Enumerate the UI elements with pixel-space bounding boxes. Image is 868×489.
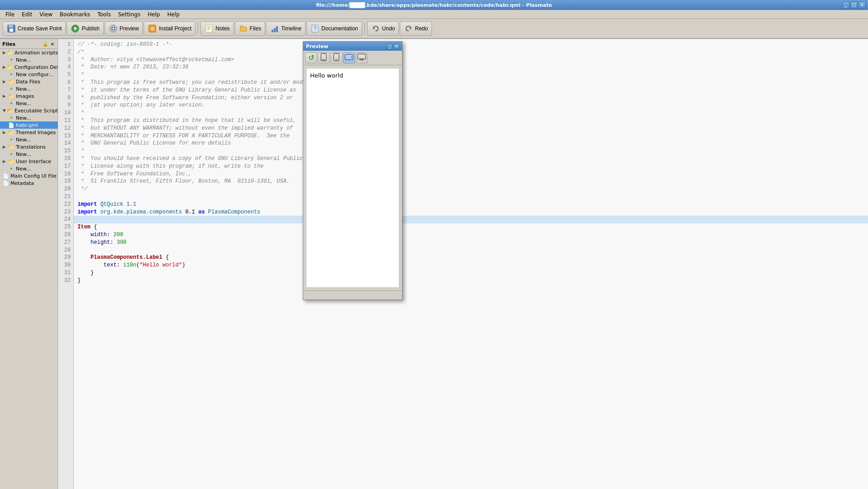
line-num-8: 8 <box>59 94 73 102</box>
toggle-animation-scripts: ▶ <box>3 50 6 55</box>
sidebar-title: Files <box>2 41 15 47</box>
metadata-file-icon: 📄 <box>3 180 9 186</box>
tree-item-new-exec[interactable]: ✦ New... <box>0 114 58 121</box>
tree-item-metadata[interactable]: 📄 Metadata <box>0 179 58 187</box>
tree-item-new-animation[interactable]: ✦ New... <box>0 56 58 63</box>
sidebar-lock-button[interactable]: 🔒 <box>42 42 49 47</box>
files-label: Files <box>250 25 261 32</box>
line-num-26: 26 <box>59 231 73 239</box>
menu-help[interactable]: Help <box>144 11 164 18</box>
undo-label: Undo <box>382 25 395 32</box>
new-icon: ✦ <box>8 100 15 107</box>
title-bar: file:///home/████.kde/share/apps/plasmat… <box>0 0 868 10</box>
tree-item-main-config[interactable]: 📄 Main Config UI File <box>0 172 58 179</box>
preview-content: Hello world <box>306 68 399 288</box>
files-button[interactable]: Files <box>235 21 265 36</box>
install-icon: ⚙ <box>148 24 157 33</box>
tree-item-animation-scripts[interactable]: ▶ 📁 Animation scripts <box>0 49 58 56</box>
preview-minimize-button[interactable]: _ <box>387 44 393 49</box>
sidebar-controls[interactable]: 🔒 ✕ <box>42 42 55 47</box>
code-editor[interactable]: // -*- coding: iso-8859-1 -*- /* * Autho… <box>74 39 868 489</box>
tree-item-translations[interactable]: ▶ 📁 Translations <box>0 143 58 150</box>
install-project-button[interactable]: ⚙ Install Project <box>144 21 195 36</box>
redo-label: Redo <box>415 25 428 32</box>
tree-item-themed-images[interactable]: ▶ 📁 Themed Images <box>0 129 58 136</box>
tree-item-new-image[interactable]: ✦ New... <box>0 100 58 107</box>
menu-view[interactable]: View <box>36 11 56 18</box>
timeline-icon <box>270 24 279 33</box>
documentation-button[interactable]: ? Documentation <box>306 21 362 36</box>
timeline-button[interactable]: Timeline <box>266 21 305 36</box>
undo-button[interactable]: Undo <box>367 21 399 36</box>
preview-icon <box>109 24 118 33</box>
tree-label: User Interface <box>16 159 51 165</box>
menu-file[interactable]: File <box>2 11 18 18</box>
toggle-translations: ▶ <box>3 145 7 149</box>
tree-item-habr-qml[interactable]: 📄 habr.qml <box>0 121 58 129</box>
preview-desktop-button[interactable] <box>356 53 368 63</box>
line-num-24: 24 <box>59 216 73 223</box>
line-num-31: 31 <box>59 269 73 277</box>
line-num-19: 19 <box>59 178 73 185</box>
preview-tablet-portrait-button[interactable] <box>330 53 342 63</box>
new-icon: ✦ <box>8 165 15 172</box>
window-controls[interactable]: _ □ ✕ <box>842 1 866 9</box>
line-num-3: 3 <box>59 56 73 64</box>
tree-item-user-interface[interactable]: ▶ 📁 User Interface <box>0 158 58 165</box>
tree-item-config-definit[interactable]: ▶ 📁 Configuration Definit... <box>0 63 58 71</box>
editor-area[interactable]: 1 2 3 4 5 6 7 8 9 10 11 12 13 14 15 16 1… <box>58 39 868 489</box>
svg-rect-26 <box>351 56 352 58</box>
svg-text:?: ? <box>314 25 317 32</box>
line-num-2: 2 <box>59 48 73 56</box>
tablet-landscape-icon <box>344 54 354 62</box>
tree-item-exec-scripts[interactable]: ▼ 📂 Executable Scripts <box>0 107 58 114</box>
preview-button[interactable]: Preview <box>105 21 143 36</box>
line-num-1: 1 <box>59 41 73 48</box>
preview-phone-button[interactable] <box>318 53 330 63</box>
minimize-button[interactable]: _ <box>842 1 849 9</box>
toggle-config: ▶ <box>3 65 6 69</box>
close-button[interactable]: ✕ <box>858 1 866 9</box>
notes-button[interactable]: Notes <box>200 21 233 36</box>
line-num-6: 6 <box>59 79 73 87</box>
svg-rect-28 <box>360 59 363 60</box>
tree-item-images[interactable]: ▶ 📁 Images <box>0 92 58 100</box>
tree-item-new-data[interactable]: ✦ New... <box>0 85 58 92</box>
redo-icon <box>404 24 413 33</box>
tree-item-new-config[interactable]: ✦ New configur... <box>0 71 58 78</box>
maximize-button[interactable]: □ <box>850 1 858 9</box>
line-numbers: 1 2 3 4 5 6 7 8 9 10 11 12 13 14 15 16 1… <box>58 39 74 489</box>
svg-rect-1 <box>9 25 13 28</box>
new-icon: ✦ <box>8 151 15 157</box>
redo-button[interactable]: Redo <box>400 21 432 36</box>
menu-edit[interactable]: Edit <box>18 11 36 18</box>
desktop-icon <box>357 53 366 62</box>
preview-hello-world: Hello world <box>310 72 343 79</box>
create-save-point-button[interactable]: Create Save Point <box>3 21 66 36</box>
config-file-icon: 📄 <box>3 173 9 179</box>
line-num-23: 23 <box>59 208 73 216</box>
menu-help2[interactable]: Help <box>164 11 183 18</box>
tree-item-new-ui[interactable]: ✦ New... <box>0 165 58 172</box>
menu-bookmarks[interactable]: Bookmarks <box>56 11 94 18</box>
sidebar-header: Files 🔒 ✕ <box>0 40 58 49</box>
sidebar-close-button[interactable]: ✕ <box>50 42 55 47</box>
preview-close-button[interactable]: ✕ <box>393 44 399 49</box>
tree-item-data-files[interactable]: ▶ 📁 Data Files <box>0 78 58 85</box>
publish-button[interactable]: Publish <box>67 21 103 36</box>
menu-tools[interactable]: Tools <box>94 11 115 18</box>
tree-label: New configur... <box>16 72 53 77</box>
tree-item-new-translation[interactable]: ✦ New... <box>0 150 58 158</box>
folder-icon: 📁 <box>8 93 15 99</box>
line-num-28: 28 <box>59 247 73 254</box>
tree-item-new-themed[interactable]: ✦ New... <box>0 136 58 143</box>
preview-titlebar[interactable]: Preview _ ✕ <box>303 42 402 51</box>
preview-window-controls[interactable]: _ ✕ <box>387 44 399 49</box>
tree-label: New... <box>16 57 31 63</box>
tree-label: Translations <box>16 144 46 150</box>
preview-refresh-button[interactable]: ↺ <box>305 53 317 63</box>
preview-tablet-landscape-button[interactable] <box>343 53 355 63</box>
files-icon <box>239 24 248 33</box>
menu-settings[interactable]: Settings <box>114 11 144 18</box>
window-title: file:///home/████.kde/share/apps/plasmat… <box>316 2 552 8</box>
